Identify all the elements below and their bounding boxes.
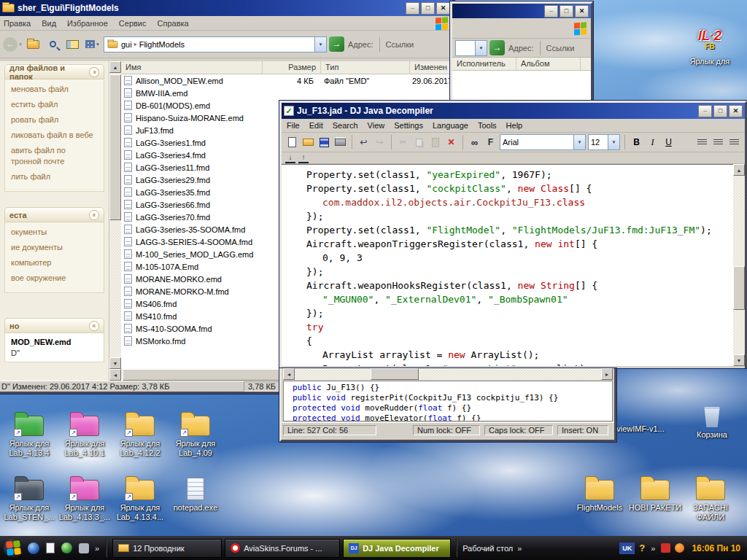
font-dialog-button[interactable]: F [484, 136, 498, 149]
align-left-button[interactable] [695, 136, 709, 149]
desktop-folder[interactable]: ЗАПАСНІ ФАЙЛИ [683, 471, 738, 535]
underline-button[interactable]: U [662, 136, 676, 149]
save-button[interactable] [317, 136, 331, 149]
menu-item[interactable]: Избранное [67, 19, 108, 28]
task-link[interactable]: авить файл по тронной почте [11, 145, 98, 167]
collapse-chevron-icon[interactable] [89, 210, 99, 220]
menu-item[interactable]: File [287, 121, 300, 130]
column-header-modified[interactable]: Изменен [410, 61, 452, 74]
task-link[interactable]: естить файл [11, 99, 98, 110]
desktop-shortcut[interactable]: ↗ Ярлык для Lab_4.13.4 [1, 407, 57, 471]
place-link[interactable]: ие документы [11, 242, 98, 253]
task-section-header[interactable]: еста [4, 207, 104, 222]
quicklaunch-document-icon[interactable] [43, 541, 57, 555]
menu-item[interactable]: Help [506, 121, 523, 130]
scroll-down-arrow[interactable]: ▼ [733, 354, 745, 366]
bold-button[interactable]: B [630, 136, 643, 149]
maximize-button[interactable] [560, 5, 573, 18]
vertical-scrollbar[interactable]: ▲ ▼ [109, 61, 121, 369]
code-editor[interactable]: Property.set(class1, "yearExpired", 1967… [282, 164, 745, 366]
font-name-combo[interactable]: Arial ▼ [500, 134, 586, 150]
desktop-icon-recycle[interactable]: Корзина [689, 398, 735, 462]
desktop-shortcut[interactable]: ↗ Ярлык для Lab_4.09 [168, 407, 223, 471]
desktop-shortcut-il2[interactable]: IL·2 FB Ярлык для [684, 25, 735, 89]
scrollbar-thumb[interactable] [371, 368, 419, 380]
italic-button[interactable]: I [646, 136, 659, 149]
method-list[interactable]: public Ju_F13() {}public void registerPi… [283, 381, 613, 421]
minimize-button[interactable] [544, 5, 558, 18]
menu-item[interactable]: Search [333, 121, 358, 130]
column-header[interactable]: Альбом [516, 58, 581, 70]
menu-item[interactable]: Tools [478, 121, 497, 130]
menu-item[interactable]: Settings [394, 121, 423, 130]
scrollbar-thumb[interactable] [733, 266, 745, 310]
address-combo[interactable]: gui ▸ FlightModels ▼ [104, 36, 327, 52]
undo-button[interactable]: ↩ [357, 136, 371, 149]
taskbar-button-dj-decompiler[interactable]: DJ Java Decompiler [343, 539, 451, 558]
column-header-type[interactable]: Тип [321, 61, 410, 74]
maximize-button[interactable] [421, 2, 435, 15]
quicklaunch-overflow-chevron[interactable]: » [93, 544, 101, 553]
find-button[interactable]: ∞ [468, 136, 481, 149]
column-header-size[interactable]: Размер [263, 61, 321, 74]
desktop-toolbar-chevron[interactable]: » [516, 544, 523, 553]
quicklaunch-browser-icon[interactable] [26, 541, 40, 555]
tray-overflow-chevron[interactable]: » [649, 544, 657, 553]
task-section-header[interactable]: для файлов и папок [4, 64, 104, 79]
start-button[interactable] [3, 537, 25, 559]
taskbar-button-explorer-group[interactable]: 12 Проводник [112, 539, 222, 558]
desktop-shortcut[interactable]: ↗ Ярлык для Lab_4.10.1 [57, 407, 112, 471]
menu-item[interactable]: View [368, 121, 385, 130]
task-section-header[interactable]: но [4, 318, 104, 333]
code-horizontal-scrollbar[interactable]: ◄ ► [283, 368, 613, 380]
desktop-shortcut[interactable]: ↗ Ярлык для Lab_4.13.3_... [57, 471, 112, 535]
align-right-button[interactable] [727, 136, 741, 149]
tray-icon-red[interactable] [661, 543, 670, 553]
scroll-down-arrow[interactable]: ▼ [109, 357, 121, 369]
collapse-chevron-icon[interactable] [89, 67, 99, 77]
align-center-button[interactable] [711, 136, 725, 149]
bookmark-up-icon[interactable]: ↑ [298, 153, 309, 163]
minimize-button[interactable] [698, 105, 712, 117]
desktop-icon-viewimf[interactable]: viewIMF-v1... [616, 421, 665, 486]
desktop-toolbar-label[interactable]: Рабочий стол [462, 544, 513, 553]
close-button[interactable] [729, 105, 743, 117]
scroll-up-arrow[interactable]: ▲ [109, 61, 121, 73]
desktop-shortcut[interactable]: ↗ notepad.exe [168, 471, 223, 535]
scrollbar-thumb[interactable] [109, 74, 121, 220]
task-link[interactable]: ликовать файл в вебе [11, 130, 98, 141]
scroll-left-arrow[interactable]: ◄ [109, 369, 121, 381]
new-file-button[interactable] [285, 136, 299, 149]
folders-button[interactable] [64, 35, 82, 54]
menu-item[interactable]: Вид [42, 19, 56, 28]
combo-dropdown-button[interactable]: ▼ [608, 135, 619, 149]
address-dropdown-button[interactable]: ▼ [314, 37, 326, 52]
task-link[interactable]: лить файл [11, 171, 98, 182]
language-indicator[interactable]: UK [619, 542, 635, 554]
file-row[interactable]: Allison_MOD_NEW.emd 4 КБ Файл "EMD" 29.0… [121, 74, 452, 87]
titlebar[interactable]: sher_E\gui\FlightModels [0, 0, 452, 16]
desktop-shortcut[interactable]: ↗ Ярлык для Lab_4.12.2 [112, 407, 168, 471]
column-header-name[interactable]: Имя [121, 61, 263, 74]
scroll-right-arrow[interactable]: ► [601, 368, 613, 380]
delete-button[interactable]: ✕ [444, 136, 458, 149]
scroll-left-arrow[interactable]: ◄ [283, 368, 295, 380]
copy-button[interactable] [412, 136, 426, 149]
print-button[interactable] [333, 136, 347, 149]
close-button[interactable] [575, 5, 589, 18]
titlebar[interactable]: ✓ Ju_F13.jad - DJ Java Decompiler [282, 103, 745, 119]
paste-button[interactable] [428, 136, 442, 149]
file-row[interactable]: BMW-IIIA.emd [121, 87, 452, 99]
font-size-combo[interactable]: 12 ▼ [588, 134, 620, 150]
open-file-button[interactable] [301, 136, 315, 149]
place-link[interactable]: окументы [11, 227, 98, 238]
menu-item[interactable]: Сервис [119, 19, 147, 28]
place-link[interactable]: компьютер [11, 257, 98, 268]
minimize-button[interactable] [406, 2, 419, 15]
menu-item[interactable]: Language [433, 121, 468, 130]
bookmark-down-icon[interactable]: ↓ [285, 153, 295, 163]
maximize-button[interactable] [713, 105, 727, 117]
quicklaunch-app-icon[interactable] [60, 541, 74, 555]
tray-icon-orange[interactable] [675, 543, 684, 553]
desktop-shortcut[interactable]: ↗ Ярлык для Lab_STEN_... [1, 471, 57, 535]
